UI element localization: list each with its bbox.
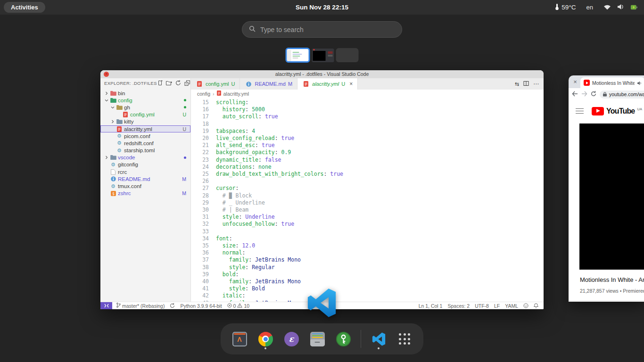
cursor-position[interactable]: Ln 1, Col 1: [419, 303, 443, 309]
activities-button[interactable]: Activities: [4, 2, 45, 13]
python-interpreter[interactable]: Python 3.9.9 64-bit: [180, 303, 222, 309]
code-line-36[interactable]: 36 normal:: [191, 249, 544, 256]
youtube-logo[interactable]: YouTube UA: [592, 107, 642, 115]
tab-audio-icon[interactable]: [637, 79, 642, 87]
dock-alacritty[interactable]: Λ: [231, 328, 248, 350]
dock-appgrid[interactable]: [396, 328, 413, 350]
problems-status[interactable]: 0 10: [227, 303, 250, 309]
overview-search[interactable]: [242, 21, 402, 38]
tree-item-bin[interactable]: bin: [100, 90, 190, 97]
code-line-40[interactable]: 40 family: JetBrains Mono: [191, 278, 544, 285]
dock-keepassxc[interactable]: [335, 328, 352, 350]
feedback-icon[interactable]: [523, 303, 528, 308]
tree-item-starship.toml[interactable]: ⚙ starship.toml: [100, 147, 190, 154]
tree-item-picom.conf[interactable]: ⚙ picom.conf: [100, 132, 190, 140]
code-line-26[interactable]: 26: [191, 178, 544, 185]
workspace-thumbnail-active[interactable]: [286, 48, 310, 63]
reload-icon[interactable]: [591, 90, 596, 99]
code-line-28[interactable]: 28 # ▉ Block: [191, 192, 544, 199]
back-icon[interactable]: [572, 90, 578, 99]
code-line-19[interactable]: 19tabspaces: 4: [191, 128, 544, 135]
collapse-all-icon[interactable]: [184, 79, 190, 88]
tree-item-rcrc[interactable]: rcrc: [100, 168, 190, 175]
git-badge: M: [182, 190, 186, 196]
breadcrumb[interactable]: config › alacritty.yml: [191, 90, 544, 98]
tree-item-gh[interactable]: gh: [100, 104, 190, 111]
forward-icon[interactable]: [581, 90, 587, 99]
video-player[interactable]: [579, 123, 644, 270]
dock-emacs[interactable]: ε: [283, 328, 300, 350]
dock-chrome[interactable]: [257, 328, 274, 350]
code-line-27[interactable]: 27cursor:: [191, 185, 544, 192]
git-branch-status[interactable]: master* (Rebasing): [116, 303, 165, 309]
more-actions-icon[interactable]: ⋯: [533, 81, 539, 87]
close-icon[interactable]: ×: [349, 81, 353, 87]
tree-item-config.yml[interactable]: config.yml U: [100, 111, 190, 118]
encoding[interactable]: UTF-8: [475, 303, 489, 309]
tab-alacritty.yml[interactable]: alacritty.yml U ×: [297, 78, 358, 90]
code-line-35[interactable]: 35 size: 12.0: [191, 242, 544, 249]
dock-files[interactable]: [309, 328, 326, 350]
sync-icon[interactable]: [170, 303, 175, 308]
menu-hamburger-icon[interactable]: [576, 107, 584, 115]
chrome-tab-youtube[interactable]: Motionless In White - A: [580, 77, 644, 88]
refresh-icon[interactable]: [175, 79, 181, 88]
language-mode[interactable]: YAML: [505, 303, 518, 309]
tree-item-redshift.conf[interactable]: ⚙ redshift.conf: [100, 140, 190, 147]
code-line-25[interactable]: 25draw_bold_text_with_bright_colors: tru…: [191, 171, 544, 178]
tree-item-kitty[interactable]: kitty: [100, 118, 190, 125]
tree-item-config[interactable]: config: [100, 97, 190, 104]
tree-item-README.md[interactable]: README.md M: [100, 175, 190, 182]
code-line-16[interactable]: 16 history: 5000: [191, 106, 544, 113]
workspace-thumbnail-youtube[interactable]: [312, 49, 334, 62]
tab-README.md[interactable]: README.md M: [240, 78, 297, 90]
new-file-icon[interactable]: [157, 79, 163, 88]
clock[interactable]: Sun Nov 28 22:15: [296, 4, 348, 11]
code-line-24[interactable]: 24decorations: none: [191, 164, 544, 171]
code-line-23[interactable]: 23dynamic_title: false: [191, 156, 544, 164]
code-editor[interactable]: 15scrolling:16 history: 500017 auto_scro…: [191, 98, 544, 302]
line-number: 22: [191, 149, 209, 156]
status-area[interactable]: 59°C en: [555, 3, 637, 12]
code-line-22[interactable]: 22background_opacity: 0.9: [191, 149, 544, 156]
tree-item-alacritty.yml[interactable]: alacritty.yml U: [100, 125, 190, 132]
code-line-33[interactable]: 33: [191, 228, 544, 235]
workspace-thumbnail-empty[interactable]: [336, 48, 359, 62]
close-window-icon[interactable]: ×: [104, 72, 109, 77]
tree-item-gitconfig[interactable]: ⚙ gitconfig: [100, 161, 190, 168]
new-folder-icon[interactable]: [166, 79, 172, 88]
eol-sequence[interactable]: LF: [494, 303, 500, 309]
vscode-app-icon[interactable]: [307, 288, 337, 318]
code-line-18[interactable]: 18: [191, 121, 544, 128]
code-line-39[interactable]: 39 bold:: [191, 271, 544, 278]
search-input[interactable]: [260, 26, 388, 33]
code-line-34[interactable]: 34font:: [191, 235, 544, 242]
code-line-17[interactable]: 17 auto_scroll: true: [191, 113, 544, 120]
keyboard-layout[interactable]: en: [586, 4, 593, 11]
code-line-32[interactable]: 32 unfocused_hollow: true: [191, 221, 544, 228]
notifications-bell-icon[interactable]: [534, 303, 538, 308]
code-line-30[interactable]: 30 # | Beam: [191, 206, 544, 214]
tab-config.yml[interactable]: config.yml U: [191, 78, 240, 90]
code-line-21[interactable]: 21alt_send_esc: true: [191, 142, 544, 149]
tab-close-icon[interactable]: ×: [572, 78, 578, 85]
dock-vscode[interactable]: [370, 328, 387, 350]
tree-item-zshrc[interactable]: $ zshrc M: [100, 190, 190, 197]
code-line-20[interactable]: 20live_config_reload: true: [191, 135, 544, 142]
tree-item-vscode[interactable]: vscode: [100, 154, 190, 161]
code-line-38[interactable]: 38 style: Regular: [191, 264, 544, 271]
tree-item-tmux.conf[interactable]: ⚙ tmux.conf: [100, 182, 190, 189]
alacritty-icon: Λ: [232, 332, 247, 346]
address-bar[interactable]: youtube.com/wa: [600, 90, 644, 99]
code-line-15[interactable]: 15scrolling:: [191, 99, 544, 106]
split-editor-icon[interactable]: [523, 81, 529, 88]
code-line-31[interactable]: 31 style: Underline: [191, 214, 544, 221]
code-line-41[interactable]: 41 style: Bold: [191, 285, 544, 292]
code-line-29[interactable]: 29 # _ Underline: [191, 199, 544, 206]
open-changes-icon[interactable]: ⇆: [515, 81, 519, 87]
vscode-titlebar[interactable]: × alacritty.yml - .dotfiles - Visual Stu…: [100, 70, 544, 78]
remote-indicator[interactable]: [100, 302, 112, 309]
code-line-37[interactable]: 37 family: JetBrains Mono: [191, 256, 544, 263]
code-line-42[interactable]: 42 italic:: [191, 292, 544, 299]
indentation[interactable]: Spaces: 2: [447, 303, 470, 309]
